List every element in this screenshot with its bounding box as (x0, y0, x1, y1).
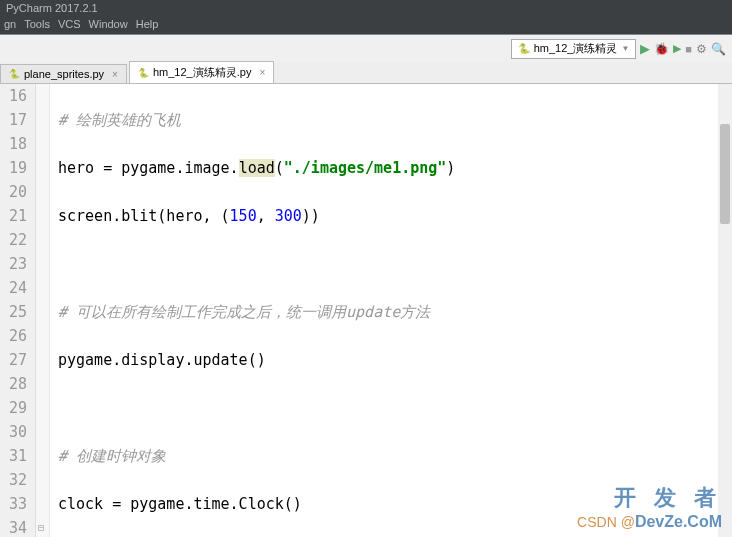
line-number: 28 (4, 372, 27, 396)
tab-plane-sprites[interactable]: 🐍 plane_sprites.py × (0, 64, 127, 83)
line-number: 21 (4, 204, 27, 228)
line-number: 22 (4, 228, 27, 252)
settings-icon[interactable]: ⚙ (696, 42, 707, 56)
line-number: 33 (4, 492, 27, 516)
code-editor[interactable]: 1617181920212223242526272829303132333435… (0, 84, 732, 537)
line-number: 24 (4, 276, 27, 300)
code-line (58, 252, 732, 276)
line-number: 25 (4, 300, 27, 324)
run-config-selector[interactable]: 🐍 hm_12_演练精灵 ▼ (511, 39, 637, 59)
menu-vcs[interactable]: VCS (58, 18, 81, 32)
line-number-gutter: 1617181920212223242526272829303132333435… (0, 84, 36, 537)
tab-hm12[interactable]: 🐍 hm_12_演练精灵.py × (129, 61, 274, 83)
python-icon: 🐍 (518, 43, 530, 54)
editor-tabs: 🐍 plane_sprites.py × 🐍 hm_12_演练精灵.py × (0, 62, 732, 84)
code-line: pygame.display.update() (58, 348, 732, 372)
line-number: 16 (4, 84, 27, 108)
python-file-icon: 🐍 (9, 69, 20, 79)
run-with-coverage-button[interactable]: ▶ (673, 42, 681, 55)
code-line: # 可以在所有绘制工作完成之后，统一调用update方法 (58, 300, 732, 324)
menu-bar: gn Tools VCS Window Help (0, 16, 732, 34)
toolbar: 🐍 hm_12_演练精灵 ▼ ▶ 🐞 ▶ ■ ⚙ 🔍 (0, 34, 732, 62)
close-icon[interactable]: × (112, 69, 118, 80)
line-number: 18 (4, 132, 27, 156)
line-number: 27 (4, 348, 27, 372)
menu-navigate[interactable]: gn (4, 18, 16, 32)
line-number: 32 (4, 468, 27, 492)
search-icon[interactable]: 🔍 (711, 42, 726, 56)
line-number: 31 (4, 444, 27, 468)
line-number: 29 (4, 396, 27, 420)
menu-tools[interactable]: Tools (24, 18, 50, 32)
python-file-icon: 🐍 (138, 68, 149, 78)
line-number: 20 (4, 180, 27, 204)
code-line: # 绘制英雄的飞机 (58, 108, 732, 132)
close-icon[interactable]: × (259, 67, 265, 78)
dropdown-icon: ▼ (621, 44, 629, 53)
code-area[interactable]: # 绘制英雄的飞机 hero = pygame.image.load("./im… (50, 84, 732, 537)
stop-button[interactable]: ■ (685, 43, 692, 55)
vertical-scrollbar[interactable] (718, 84, 732, 537)
line-number: 30 (4, 420, 27, 444)
debug-button[interactable]: 🐞 (654, 42, 669, 56)
window-title: PyCharm 2017.2.1 (6, 2, 98, 14)
line-number: 19 (4, 156, 27, 180)
window-title-bar: PyCharm 2017.2.1 (0, 0, 732, 16)
fold-gutter: ⊟ (36, 84, 50, 537)
tab-label: hm_12_演练精灵.py (153, 65, 251, 80)
code-line: hero = pygame.image.load("./images/me1.p… (58, 156, 732, 180)
code-line: screen.blit(hero, (150, 300)) (58, 204, 732, 228)
line-number: 26 (4, 324, 27, 348)
run-button[interactable]: ▶ (640, 41, 650, 56)
code-line (58, 396, 732, 420)
run-config-name: hm_12_演练精灵 (534, 41, 618, 56)
menu-window[interactable]: Window (89, 18, 128, 32)
line-number: 17 (4, 108, 27, 132)
code-line: clock = pygame.time.Clock() (58, 492, 732, 516)
line-number: 23 (4, 252, 27, 276)
line-number: 34 (4, 516, 27, 537)
menu-help[interactable]: Help (136, 18, 159, 32)
tab-label: plane_sprites.py (24, 68, 104, 80)
scrollbar-thumb[interactable] (720, 124, 730, 224)
fold-down-icon[interactable]: ⊟ (38, 516, 44, 537)
code-line: # 创建时钟对象 (58, 444, 732, 468)
